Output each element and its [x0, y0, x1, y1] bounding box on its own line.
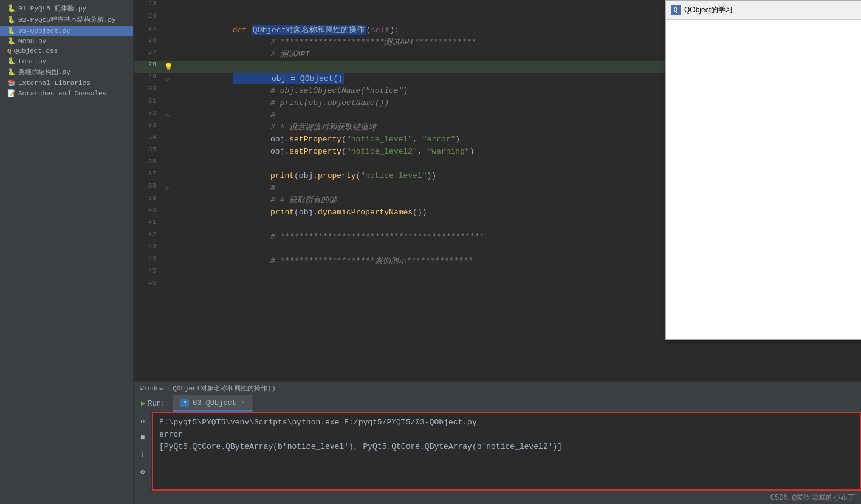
sidebar-item-test[interactable]: 🐍 test.py [0, 56, 133, 66]
fold-icon[interactable]: ▷ [166, 185, 170, 192]
console-line: [PyQt5.QtCore.QByteArray(b'notice_level'… [159, 441, 854, 453]
sidebar: 🐍 01-PyQt5-初体验.py 🐍 02-PyQt5程序基本结构分析.py … [0, 0, 134, 504]
editor-area: 23 24 def QObject对象名称和属性的操作(self): 25 [134, 0, 861, 504]
sidebar-item-03[interactable]: 🐍 03-QObject.py [0, 26, 133, 36]
code-editor[interactable]: 23 24 def QObject对象名称和属性的操作(self): 25 [134, 0, 861, 381]
sidebar-item-ext-libs[interactable]: 📚 External Libraries [0, 78, 133, 88]
sidebar-item-qss[interactable]: Q QObject.qss [0, 46, 133, 56]
qss-file-icon: Q [7, 47, 12, 55]
console-output[interactable]: E:\pyqt5\PYQT5\venv\Scripts\python.exe E… [152, 412, 861, 491]
breadcrumb-separator: › [166, 385, 171, 392]
console-area: ↺ ■ ↓ ⚙ E:\pyqt5\PYQT5\venv\Scripts\pyth… [134, 412, 861, 491]
python-file-icon: 🐍 [7, 37, 16, 45]
rerun-button[interactable]: ↺ [136, 414, 149, 427]
python-file-icon: 🐍 [7, 27, 16, 35]
floating-window: Q QObject的学习 － □ ✕ [665, 0, 861, 340]
breadcrumb: Window › QObject对象名称和属性的操作() [134, 381, 861, 395]
sidebar-item-02[interactable]: 🐍 02-PyQt5程序基本结构分析.py [0, 14, 133, 26]
bulb-icon[interactable]: 💡 [164, 63, 173, 72]
settings-button[interactable]: ⚙ [136, 465, 149, 478]
watermark: CSDN @爱吃雪糕的小布丁 [770, 492, 855, 503]
fold-icon[interactable]: ▷ [166, 75, 170, 83]
breadcrumb-window[interactable]: Window [140, 385, 164, 392]
python-tab-icon: P [180, 399, 189, 407]
sidebar-item-01[interactable]: 🐍 01-PyQt5-初体验.py [0, 2, 133, 14]
python-file-icon: 🐍 [7, 4, 16, 12]
run-icon: ▶ [141, 399, 145, 408]
window-content [666, 20, 861, 339]
window-titlebar: Q QObject的学习 － □ ✕ [666, 1, 861, 20]
status-bar: CSDN @爱吃雪糕的小布丁 [134, 491, 861, 504]
libs-icon: 📚 [7, 79, 16, 87]
run-tab-bar: ▶ Run: P 03-QObject × [134, 395, 861, 412]
console-line: error [159, 429, 854, 441]
python-file-icon: 🐍 [7, 16, 16, 24]
window-title: QObject的学习 [684, 5, 861, 15]
stop-button[interactable]: ■ [136, 431, 149, 444]
console-line: E:\pyqt5\PYQT5\venv\Scripts\python.exe E… [159, 417, 854, 429]
scroll-down-button[interactable]: ↓ [136, 448, 149, 461]
breadcrumb-method[interactable]: QObject对象名称和属性的操作() [173, 384, 275, 393]
run-tab-03-qobject[interactable]: P 03-QObject × [173, 395, 253, 412]
console-toolbar: ↺ ■ ↓ ⚙ [134, 412, 152, 491]
run-label: ▶ Run: [134, 395, 173, 412]
tab-close-button[interactable]: × [241, 400, 245, 406]
window-app-icon: Q [671, 5, 681, 15]
sidebar-item-menu[interactable]: 🐍 Menu.py [0, 36, 133, 46]
python-file-icon: 🐍 [7, 68, 16, 76]
sidebar-item-class[interactable]: 🐍 类继承结构图.py [0, 66, 133, 78]
sidebar-item-scratches[interactable]: 📝 Scratches and Consoles [0, 88, 133, 98]
scratches-icon: 📝 [7, 89, 16, 97]
python-file-icon: 🐍 [7, 57, 16, 65]
fold-icon[interactable]: ▷ [166, 112, 170, 119]
